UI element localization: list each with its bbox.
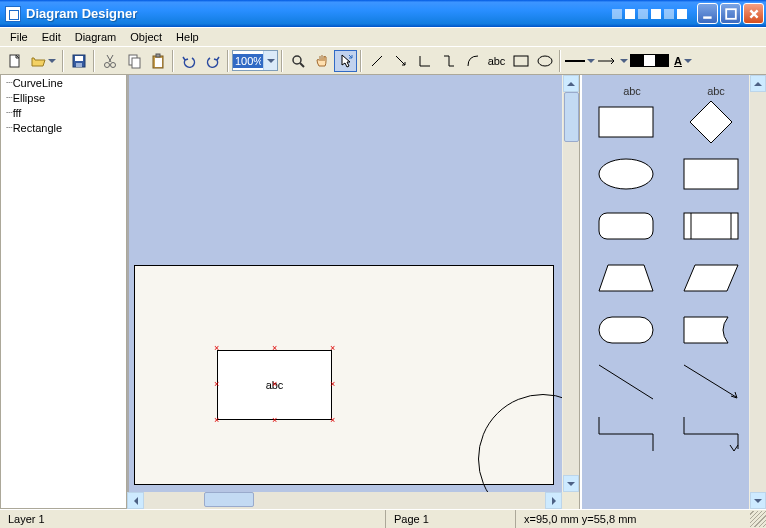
svg-rect-20: [684, 213, 738, 239]
scroll-up-icon[interactable]: [750, 75, 766, 92]
hscroll-thumb[interactable]: [204, 492, 254, 507]
paste-button[interactable]: [146, 50, 169, 72]
linestyle-button[interactable]: [564, 50, 596, 72]
menu-edit[interactable]: Edit: [36, 30, 67, 44]
palette-header: abc: [623, 85, 641, 97]
palette-display[interactable]: [681, 313, 741, 347]
resize-handle[interactable]: ×: [214, 346, 219, 351]
cut-button[interactable]: [98, 50, 121, 72]
resize-handle[interactable]: ×: [330, 418, 335, 423]
save-button[interactable]: [67, 50, 90, 72]
palette-step-line[interactable]: [596, 417, 656, 451]
textstyle-button[interactable]: A: [670, 50, 696, 72]
pointer-tool-button[interactable]: [334, 50, 357, 72]
palette-trapezoid[interactable]: [596, 261, 656, 295]
tree-branch-icon: ┄: [6, 106, 11, 119]
palette-subprocess[interactable]: [681, 209, 741, 243]
new-button[interactable]: [3, 50, 26, 72]
svg-rect-19: [599, 213, 653, 239]
palette-roundrect[interactable]: [596, 209, 656, 243]
menu-diagram[interactable]: Diagram: [69, 30, 123, 44]
zoom-input[interactable]: [233, 54, 263, 68]
menu-help[interactable]: Help: [170, 30, 205, 44]
connector2-button[interactable]: [437, 50, 460, 72]
status-coords: x=95,0 mm y=55,8 mm: [515, 510, 750, 528]
pan-tool-button[interactable]: [310, 50, 333, 72]
resize-handle[interactable]: ×: [214, 382, 219, 387]
vscroll-thumb[interactable]: [564, 92, 579, 142]
status-layer-text: Layer 1: [8, 513, 45, 525]
text-tool-button[interactable]: abc: [485, 50, 508, 72]
palette-diamond[interactable]: [681, 105, 741, 139]
svg-rect-9: [132, 58, 140, 68]
zoom-dropdown-icon[interactable]: [263, 51, 277, 70]
resize-handle[interactable]: ×: [272, 418, 277, 423]
canvas-hscroll[interactable]: [127, 492, 579, 509]
toolbar: abc A: [0, 46, 766, 75]
canvas-viewport[interactable]: abc × × × × × × × × ×: [127, 75, 579, 492]
text-tool-label: abc: [488, 55, 506, 67]
scroll-up-icon[interactable]: [563, 75, 579, 92]
scroll-down-icon[interactable]: [750, 492, 766, 509]
connector1-button[interactable]: [413, 50, 436, 72]
canvas-vscroll[interactable]: [562, 75, 579, 492]
tree-item[interactable]: ┄Ellipse: [1, 90, 126, 105]
titlebar-decor: [612, 9, 687, 19]
swatch-text[interactable]: [656, 54, 669, 67]
resize-handle[interactable]: ×: [214, 418, 219, 423]
title-bar: Diagram Designer: [0, 0, 766, 27]
svg-point-13: [293, 56, 301, 64]
minimize-button[interactable]: [697, 3, 718, 24]
palette-terminator[interactable]: [596, 313, 656, 347]
open-button[interactable]: [27, 50, 59, 72]
scroll-left-icon[interactable]: [127, 492, 144, 509]
palette-line[interactable]: [596, 365, 656, 399]
menu-file[interactable]: File: [4, 30, 34, 44]
copy-button[interactable]: [122, 50, 145, 72]
center-handle[interactable]: ×: [272, 382, 277, 387]
tree-item[interactable]: ┄CurveLine: [1, 75, 126, 90]
palette-arrow-line[interactable]: [681, 365, 741, 399]
arrow-tool-button[interactable]: [389, 50, 412, 72]
palette-rectangle2[interactable]: [681, 157, 741, 191]
menu-object[interactable]: Object: [124, 30, 168, 44]
scroll-down-icon[interactable]: [563, 475, 579, 492]
arrowstyle-button[interactable]: [597, 50, 629, 72]
tree-item[interactable]: ┄Rectangle: [1, 120, 126, 135]
status-page[interactable]: Page 1: [385, 510, 515, 528]
ellipse-tool-button[interactable]: [533, 50, 556, 72]
color-swatches[interactable]: [630, 54, 669, 67]
resize-handle[interactable]: ×: [272, 346, 277, 351]
svg-rect-16: [599, 107, 653, 137]
resize-handle[interactable]: ×: [330, 346, 335, 351]
palette-vscroll[interactable]: [749, 75, 766, 509]
svg-point-6: [104, 62, 109, 67]
curve-tool-button[interactable]: [461, 50, 484, 72]
line-tool-button[interactable]: [365, 50, 388, 72]
swatch-white[interactable]: [643, 54, 656, 67]
close-button[interactable]: [743, 3, 764, 24]
palette-ellipse[interactable]: [596, 157, 656, 191]
status-layer[interactable]: Layer 1: [0, 510, 385, 528]
undo-button[interactable]: [177, 50, 200, 72]
redo-button[interactable]: [201, 50, 224, 72]
resize-grip[interactable]: [750, 511, 766, 527]
svg-rect-5: [76, 63, 82, 67]
svg-rect-11: [155, 58, 162, 67]
svg-point-7: [110, 62, 115, 67]
paper: [134, 265, 554, 485]
zoom-combo[interactable]: [232, 50, 278, 71]
status-coords-text: x=95,0 mm y=55,8 mm: [524, 513, 637, 525]
shape-palette: abc abc: [580, 75, 766, 509]
palette-step-arrow[interactable]: [681, 417, 741, 451]
zoom-tool-button[interactable]: [286, 50, 309, 72]
swatch-black[interactable]: [630, 54, 643, 67]
textstyle-label: A: [674, 55, 682, 67]
palette-rectangle[interactable]: [596, 105, 656, 139]
maximize-button[interactable]: [720, 3, 741, 24]
palette-parallelogram[interactable]: [681, 261, 741, 295]
resize-handle[interactable]: ×: [330, 382, 335, 387]
scroll-right-icon[interactable]: [545, 492, 562, 509]
rect-tool-button[interactable]: [509, 50, 532, 72]
tree-item[interactable]: ┄fff: [1, 105, 126, 120]
